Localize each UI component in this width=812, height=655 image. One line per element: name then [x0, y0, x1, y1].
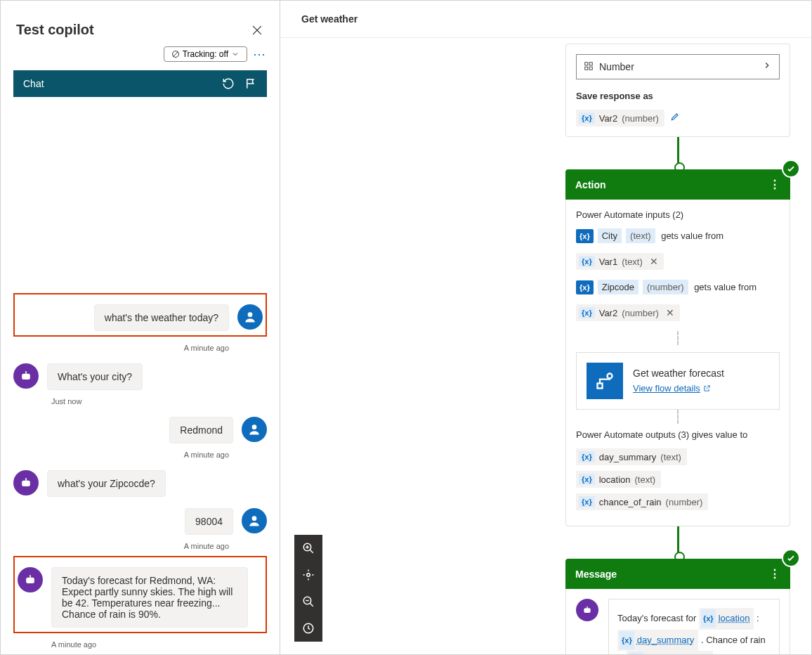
variable-name: Var1	[599, 257, 618, 267]
zoom-in-icon[interactable]	[302, 542, 315, 555]
message-text: Today's forecast for	[617, 613, 696, 623]
inline-variable[interactable]: {x}chance_of_rain	[627, 651, 713, 654]
message-timestamp: A minute ago	[13, 542, 267, 550]
message-bubble: what's your Zipcocde?	[47, 470, 166, 497]
refresh-icon[interactable]	[222, 77, 235, 90]
test-copilot-panel: Test copilot Tracking: off ⋯ Chat what's…	[1, 1, 280, 654]
remove-icon[interactable]: ✕	[650, 256, 658, 267]
message-node-title: Message	[575, 569, 617, 580]
inner-connector	[677, 331, 679, 345]
output-variable-pill[interactable]: {x} location (text)	[576, 471, 661, 488]
input-mapping: {x} Zipcode(number) gets value from {x} …	[576, 280, 780, 321]
highlighted-message: Today's forecast for Redmond, WA: Expect…	[13, 556, 267, 633]
svg-rect-15	[26, 578, 34, 583]
gets-value-from-label: gets value from	[661, 231, 723, 241]
svg-rect-22	[589, 67, 592, 70]
connector-line	[677, 137, 679, 169]
action-node[interactable]: Action ⋮ Power Automate inputs (2) {x} C…	[565, 169, 790, 526]
action-node-body: Power Automate inputs (2) {x} City(text)…	[565, 200, 790, 526]
connector-line	[677, 526, 679, 559]
panel-title: Test copilot	[16, 22, 94, 38]
variable-pill[interactable]: {x} Var2 (number) ✕	[576, 304, 680, 321]
svg-point-27	[588, 610, 589, 611]
flow-column: Number Save response as {x} Var2 (number…	[565, 38, 790, 654]
variable-icon: {x}	[576, 280, 594, 294]
number-icon	[584, 61, 594, 73]
variable-icon: {x}	[579, 256, 595, 267]
close-icon[interactable]	[250, 23, 264, 37]
inline-variable[interactable]: {x}location	[699, 608, 754, 630]
variable-icon: {x}	[579, 451, 595, 462]
bot-avatar-icon	[576, 599, 598, 621]
input-type: (text)	[626, 228, 655, 243]
action-node-header: Action ⋮	[565, 169, 790, 200]
svg-point-26	[585, 610, 587, 611]
action-node-title: Action	[575, 179, 606, 190]
svg-point-6	[23, 376, 25, 378]
bot-message-row: Today's forecast for Redmond, WA: Expect…	[18, 567, 263, 628]
flow-icon	[587, 363, 623, 399]
message-bubble: What's your city?	[47, 363, 143, 390]
chat-label: Chat	[23, 78, 44, 89]
user-avatar-icon	[237, 304, 263, 330]
message-node-header: Message ⋮	[565, 559, 790, 589]
inline-variable[interactable]: {x}day_summary	[617, 630, 698, 651]
node-more-icon[interactable]: ⋮	[769, 178, 780, 191]
output-variable-pill[interactable]: {x} chance_of_rain (number)	[576, 493, 708, 510]
message-bubble: Redmond	[169, 417, 233, 443]
svg-point-9	[252, 424, 257, 429]
tracking-row: Tracking: off ⋯	[1, 46, 280, 70]
view-flow-details-link[interactable]: View flow details	[633, 383, 711, 394]
variable-name: day_summary	[599, 452, 657, 462]
flag-icon[interactable]	[244, 77, 257, 90]
flow-reference-card[interactable]: Get weather forecast View flow details	[576, 352, 780, 410]
inputs-section-label: Power Automate inputs (2)	[576, 209, 780, 220]
fit-to-screen-icon[interactable]	[302, 569, 315, 581]
svg-point-7	[27, 376, 29, 378]
user-message-row: Redmond	[13, 417, 267, 443]
sidebar-header: Test copilot	[1, 1, 280, 46]
more-options-icon[interactable]: ⋯	[253, 46, 267, 62]
variable-name: Var2	[599, 113, 618, 124]
variable-pill[interactable]: {x} Var1 (text) ✕	[576, 253, 664, 270]
svg-point-11	[23, 483, 25, 485]
reset-view-icon[interactable]	[302, 622, 315, 635]
user-message-row: what's the weather today?	[18, 304, 263, 331]
gets-value-from-label: gets value from	[694, 282, 757, 292]
pencil-icon[interactable]	[670, 112, 680, 124]
input-type: (number)	[643, 280, 688, 294]
identify-type-dropdown[interactable]: Number	[576, 54, 780, 79]
variable-type: (text)	[635, 474, 656, 485]
message-timestamp: A minute ago	[13, 450, 267, 459]
message-bubble: 98004	[185, 508, 233, 535]
variable-icon: {x}	[579, 112, 595, 124]
variable-icon: {x}	[576, 229, 594, 243]
svg-point-4	[248, 312, 253, 317]
variable-icon: {x}	[579, 496, 595, 507]
inner-connector	[677, 410, 679, 424]
bot-avatar-icon	[13, 470, 39, 495]
zoom-out-icon[interactable]	[302, 595, 315, 608]
bot-avatar-icon	[13, 363, 39, 389]
variable-pill[interactable]: {x} Var2 (number)	[576, 110, 664, 127]
svg-line-39	[310, 603, 313, 607]
remove-icon[interactable]: ✕	[666, 307, 674, 318]
node-more-icon[interactable]: ⋮	[769, 567, 780, 581]
variable-name: location	[599, 474, 631, 485]
svg-rect-20	[589, 62, 592, 65]
canvas-area[interactable]: Number Save response as {x} Var2 (number…	[280, 38, 811, 654]
tracking-toggle[interactable]: Tracking: off	[164, 46, 247, 62]
message-node[interactable]: Message ⋮ Today's forecast for {x}locati…	[565, 559, 790, 654]
bot-message-row: what's your Zipcocde?	[13, 470, 267, 497]
svg-point-24	[608, 374, 613, 379]
svg-line-3	[173, 52, 178, 57]
svg-point-14	[252, 516, 257, 521]
chat-header-actions	[222, 77, 257, 90]
variable-type: (text)	[622, 257, 643, 267]
output-variable-pill[interactable]: {x} day_summary (text)	[576, 448, 687, 465]
flow-name: Get weather forecast	[633, 368, 724, 379]
chat-body: what's the weather today? A minute ago W…	[1, 97, 280, 654]
bot-avatar-icon	[18, 567, 43, 592]
prompt-card[interactable]: Number Save response as {x} Var2 (number…	[565, 44, 790, 137]
message-content-editor[interactable]: Today's forecast for {x}location : {x}da…	[608, 599, 780, 654]
